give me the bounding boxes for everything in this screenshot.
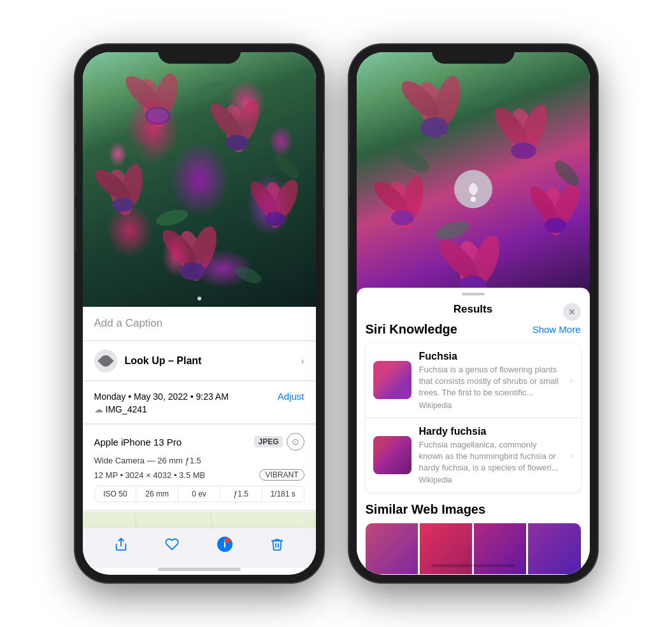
lookup-row[interactable]: Look Up – Plant ›: [83, 342, 316, 381]
caption-placeholder: Add a Caption: [94, 317, 163, 329]
share-button[interactable]: [114, 537, 128, 555]
show-more-button[interactable]: Show More: [533, 324, 581, 335]
svg-point-23: [271, 151, 301, 182]
camera-header: Apple iPhone 13 Pro JPEG ⊙: [94, 433, 304, 451]
siri-dot: [471, 197, 476, 202]
svg-point-8: [225, 135, 248, 150]
card-chevron-hardy: ›: [570, 450, 573, 460]
lookup-icon: [94, 349, 117, 372]
volume-up-button[interactable]: [75, 153, 76, 197]
card-source-hardy: Wikipedia: [419, 476, 560, 484]
sheet-header: Results ✕: [357, 298, 590, 322]
date-row: Monday • May 30, 2022 • 9:23 AM Adjust: [94, 391, 304, 402]
camera-section: Apple iPhone 13 Pro JPEG ⊙ Wide Camera —…: [83, 425, 316, 511]
similar-image-1[interactable]: [366, 523, 418, 574]
sheet-content: Siri Knowledge Show More Fuchsia Fuchsia…: [357, 322, 590, 575]
card-text-hardy: Hardy fuchsia Fuchsia magellanica, commo…: [419, 426, 560, 485]
siri-knowledge-header: Siri Knowledge Show More: [366, 322, 581, 337]
right-volume-down-button[interactable]: [349, 206, 350, 251]
photo-dot-indicator: [197, 297, 201, 300]
svg-point-16: [265, 212, 285, 226]
lookup-dash: –: [168, 355, 176, 366]
home-indicator: [158, 568, 241, 571]
map-area[interactable]: [83, 512, 316, 528]
close-button[interactable]: ✕: [563, 303, 581, 321]
svg-point-21: [116, 133, 151, 162]
left-phone: Add a Caption Look Up – Plant ›: [75, 45, 324, 582]
lookup-label: Look Up – Plant: [125, 355, 202, 367]
sheet-title: Results: [454, 303, 492, 316]
exif-shutter: 1/181 s: [262, 486, 304, 502]
location-icon-btn[interactable]: ⊙: [287, 433, 304, 451]
card-source-fuchsia: Wikipedia: [419, 401, 560, 410]
date-text: Monday • May 30, 2022 • 9:23 AM: [94, 391, 229, 402]
right-mute-button[interactable]: [349, 121, 350, 144]
camera-model: Apple iPhone 13 Pro: [94, 437, 182, 447]
right-home-indicator: [432, 564, 515, 567]
siri-knowledge-title: Siri Knowledge: [366, 322, 457, 337]
svg-point-42: [391, 210, 414, 225]
similar-image-4[interactable]: [528, 523, 580, 574]
results-sheet: Results ✕ Siri Knowledge Show More: [357, 288, 590, 575]
svg-point-24: [154, 207, 190, 229]
lookup-chevron-icon: ›: [301, 356, 304, 366]
right-power-button[interactable]: [597, 153, 597, 210]
info-button[interactable]: i: [217, 536, 233, 556]
right-volume-up-button[interactable]: [349, 153, 350, 197]
svg-point-34: [420, 117, 448, 137]
hardy-thumbnail: [373, 436, 411, 474]
cloud-icon: ☁: [94, 404, 103, 414]
svg-point-20: [180, 262, 205, 280]
card-title-hardy: Hardy fuchsia: [419, 426, 560, 437]
jpeg-badge: JPEG: [254, 436, 282, 447]
card-text-fuchsia: Fuchsia Fuchsia is a genus of flowering …: [419, 351, 560, 410]
siri-bubble[interactable]: [454, 170, 492, 208]
vibrant-badge: VIBRANT: [259, 469, 304, 481]
adjust-button[interactable]: Adjust: [278, 391, 304, 402]
mute-button[interactable]: [75, 121, 76, 144]
svg-point-53: [550, 157, 582, 190]
size-row: 12 MP • 3024 × 4032 • 3.5 MB VIBRANT: [94, 469, 304, 481]
svg-point-4: [148, 109, 168, 123]
dimensions-text: 12 MP • 3024 × 4032 • 3.5 MB: [94, 470, 206, 480]
svg-point-38: [511, 143, 536, 159]
exif-mm: 26 mm: [136, 486, 178, 502]
left-screen: Add a Caption Look Up – Plant ›: [83, 52, 316, 575]
knowledge-cards: Fuchsia Fuchsia is a genus of flowering …: [366, 343, 581, 492]
knowledge-card-fuchsia[interactable]: Fuchsia Fuchsia is a genus of flowering …: [366, 343, 581, 418]
lookup-bold: Look Up: [125, 355, 166, 366]
photo-toolbar: i: [83, 528, 316, 568]
card-desc-fuchsia: Fuchsia is a genus of flowering plants t…: [419, 364, 560, 399]
leaf-icon: [97, 353, 113, 369]
fuchsia-thumbnail: [373, 361, 411, 399]
card-title-fuchsia: Fuchsia: [419, 351, 560, 362]
location-row: ☁ IMG_4241: [94, 404, 304, 414]
svg-rect-26: [83, 512, 316, 528]
lookup-subject: Plant: [176, 355, 201, 366]
svg-point-22: [190, 78, 229, 103]
volume-down-button[interactable]: [75, 206, 76, 251]
svg-point-46: [545, 218, 566, 233]
delete-button[interactable]: [270, 537, 284, 555]
right-phone: Results ✕ Siri Knowledge Show More: [349, 45, 597, 582]
power-button[interactable]: [323, 153, 324, 210]
info-content: Add a Caption Look Up – Plant ›: [83, 307, 316, 528]
exif-iso: ISO 50: [95, 486, 137, 502]
date-info-section: Monday • May 30, 2022 • 9:23 AM Adjust ☁…: [83, 382, 316, 424]
exif-ev: 0 ev: [178, 486, 220, 502]
card-chevron-fuchsia: ›: [570, 375, 573, 385]
right-screen: Results ✕ Siri Knowledge Show More: [357, 52, 590, 575]
knowledge-card-hardy[interactable]: Hardy fuchsia Fuchsia magellanica, commo…: [366, 418, 581, 493]
svg-point-25: [232, 264, 263, 287]
exif-row: ISO 50 26 mm 0 ev ƒ1.5 1/181 s: [94, 486, 304, 502]
svg-point-12: [112, 198, 134, 212]
caption-area[interactable]: Add a Caption: [83, 307, 316, 341]
favorite-button[interactable]: [165, 537, 179, 555]
camera-details: Wide Camera — 26 mm ƒ1.5: [94, 456, 304, 465]
phones-container: Add a Caption Look Up – Plant ›: [75, 45, 597, 582]
svg-point-52: [469, 83, 511, 111]
format-badges: JPEG ⊙: [254, 433, 304, 451]
exif-aperture: ƒ1.5: [220, 486, 262, 502]
image-name: IMG_4241: [106, 404, 147, 414]
svg-point-54: [433, 218, 471, 243]
